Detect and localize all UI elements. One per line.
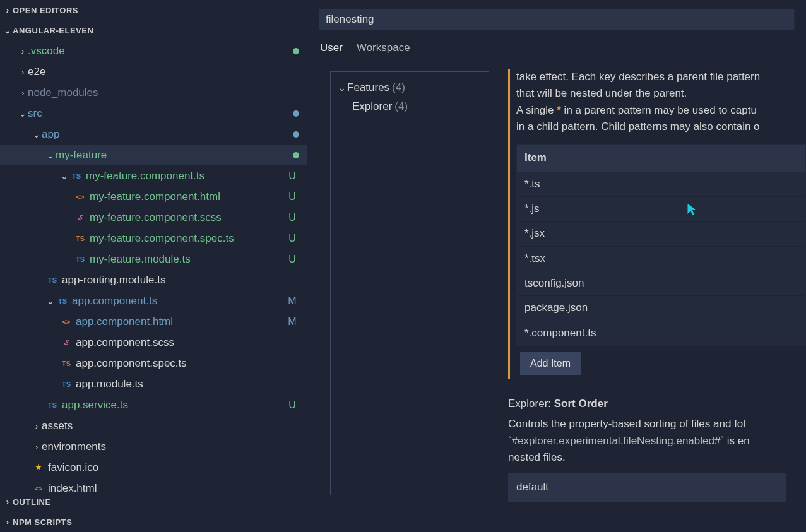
git-status-dot-icon: [293, 131, 299, 138]
tree-row[interactable]: ⌄src: [0, 103, 307, 124]
tree-row[interactable]: <>index.html: [0, 478, 307, 492]
tree-item-label: app.component.scss: [76, 336, 299, 349]
tree-row[interactable]: ⌄my-feature: [0, 145, 307, 165]
npm-scripts-header[interactable]: › NPM SCRIPTS: [0, 512, 307, 532]
patterns-table-header: Item: [517, 145, 805, 171]
tree-item-label: my-feature.component.scss: [90, 211, 285, 224]
tab-workspace[interactable]: Workspace: [357, 42, 410, 61]
chevron-down-icon: ⌄: [3, 25, 13, 35]
tree-item-label: e2e: [28, 66, 299, 78]
tree-item-label: my-feature.component.ts: [86, 170, 285, 182]
git-status-badge: U: [285, 212, 299, 223]
setting-file-nesting-patterns: take effect. Each key describes a parent…: [508, 69, 806, 379]
chevron-right-icon: ›: [18, 67, 28, 77]
tree-row[interactable]: ›node_modules: [0, 82, 307, 103]
tree-row[interactable]: ⌄TSapp.component.tsM: [0, 290, 307, 311]
setting-sort-order: Explorer: Sort Order Controls the proper…: [508, 396, 806, 502]
tree-item-label: app.component.html: [76, 316, 285, 328]
desc-line: Controls the property-based sorting of f…: [508, 416, 806, 432]
tree-item-label: app: [42, 128, 293, 141]
tree-row[interactable]: TSmy-feature.component.spec.tsU: [0, 228, 307, 249]
tree-item-label: app-routing.module.ts: [62, 274, 299, 287]
tree-row[interactable]: TSapp.component.spec.ts: [0, 353, 307, 374]
project-header[interactable]: ⌄ ANGULAR-ELEVEN: [0, 20, 307, 40]
chevron-right-icon: ›: [32, 442, 42, 452]
tree-row[interactable]: ›environments: [0, 436, 307, 457]
settings-toc: ⌄ Features (4) Explorer (4): [307, 61, 489, 532]
file-type-icon: TS: [73, 235, 87, 242]
sort-order-select[interactable]: default: [508, 473, 786, 501]
open-editors-header[interactable]: › OPEN EDITORS: [0, 0, 307, 20]
desc-line: in a child pattern. Child patterns may a…: [516, 119, 806, 135]
file-type-icon: 𝓢: [73, 213, 87, 222]
git-status-dot-icon: [293, 48, 299, 54]
file-type-icon: 𝓢: [59, 338, 73, 346]
tree-row[interactable]: TSapp.module.ts: [0, 374, 307, 394]
tree-item-label: .vscode: [28, 45, 293, 57]
chevron-right-icon: ›: [32, 421, 42, 431]
file-type-icon: TS: [69, 172, 83, 180]
git-status-badge: U: [285, 254, 299, 265]
outline-label: OUTLINE: [13, 497, 51, 507]
open-editors-label: OPEN EDITORS: [13, 6, 78, 15]
tree-row[interactable]: TSapp-routing.module.ts: [0, 269, 307, 290]
npm-scripts-label: NPM SCRIPTS: [13, 517, 72, 527]
pattern-item[interactable]: tsconfig.json: [517, 271, 805, 295]
tree-row[interactable]: TSapp.service.tsU: [0, 394, 307, 415]
add-item-button[interactable]: Add Item: [520, 352, 581, 375]
chevron-down-icon: ⌄: [45, 150, 56, 160]
explorer-sidebar: › OPEN EDITORS ⌄ ANGULAR-ELEVEN ›.vscode…: [0, 0, 307, 532]
tree-row[interactable]: <>app.component.htmlM: [0, 311, 307, 332]
file-tree[interactable]: ›.vscode›e2e›node_modules⌄src⌄app⌄my-fea…: [0, 40, 307, 492]
chevron-right-icon: ›: [3, 497, 13, 507]
git-status-badge: M: [285, 316, 299, 328]
toc-explorer[interactable]: Explorer (4): [337, 97, 482, 116]
pattern-item[interactable]: *.jsx: [517, 221, 805, 245]
toc-features[interactable]: ⌄ Features (4): [337, 78, 482, 97]
tree-row[interactable]: ›assets: [0, 415, 307, 436]
tab-user[interactable]: User: [320, 42, 343, 61]
tree-row[interactable]: ★favicon.ico: [0, 457, 307, 478]
file-type-icon: <>: [32, 485, 45, 492]
git-status-badge: U: [285, 170, 299, 182]
pattern-item[interactable]: *.js: [517, 196, 805, 221]
file-type-icon: <>: [73, 193, 87, 201]
desc-line: `#explorer.experimental.fileNesting.enab…: [508, 433, 806, 449]
tree-row[interactable]: <>my-feature.component.htmlU: [0, 186, 307, 207]
file-type-icon: TS: [73, 256, 87, 263]
chevron-right-icon: ›: [18, 46, 28, 56]
file-type-icon: ★: [32, 463, 45, 471]
tree-row[interactable]: ⌄TSmy-feature.component.tsU: [0, 165, 307, 186]
tree-item-label: app.module.ts: [76, 378, 299, 391]
tree-row[interactable]: ›.vscode: [0, 40, 307, 61]
settings-search-input[interactable]: [319, 9, 795, 30]
tree-item-label: node_modules: [28, 86, 299, 99]
file-type-icon: TS: [59, 381, 73, 388]
outline-header[interactable]: › OUTLINE: [0, 492, 307, 512]
tree-item-label: my-feature.component.spec.ts: [90, 232, 285, 245]
tree-row[interactable]: ⌄app: [0, 124, 307, 145]
pattern-item[interactable]: *.ts: [517, 172, 805, 196]
tree-row[interactable]: 𝓢my-feature.component.scssU: [0, 207, 307, 228]
chevron-right-icon: ›: [18, 88, 28, 98]
tree-item-label: app.service.ts: [62, 399, 285, 411]
scope-tabs: User Workspace: [307, 30, 806, 61]
git-status-badge: U: [285, 191, 299, 203]
tree-row[interactable]: TSmy-feature.module.tsU: [0, 249, 307, 269]
chevron-down-icon: ⌄: [59, 171, 69, 181]
file-type-icon: <>: [59, 318, 73, 326]
tree-row[interactable]: ›e2e: [0, 61, 307, 82]
chevron-down-icon: ⌄: [18, 109, 28, 119]
file-type-icon: TS: [45, 401, 59, 409]
pattern-item[interactable]: *.tsx: [517, 246, 805, 271]
desc-line: take effect. Each key describes a parent…: [516, 69, 806, 85]
tree-item-label: my-feature.component.html: [90, 191, 285, 203]
tree-item-label: assets: [42, 420, 299, 432]
desc-line: that will be nested under the parent.: [516, 85, 806, 102]
tree-item-label: my-feature: [56, 149, 293, 162]
file-type-icon: TS: [56, 297, 69, 305]
pattern-item[interactable]: *.component.ts: [517, 321, 805, 345]
tree-row[interactable]: 𝓢app.component.scss: [0, 332, 307, 353]
pattern-item[interactable]: package.json: [517, 295, 805, 320]
wildcard-star: *: [557, 104, 561, 116]
